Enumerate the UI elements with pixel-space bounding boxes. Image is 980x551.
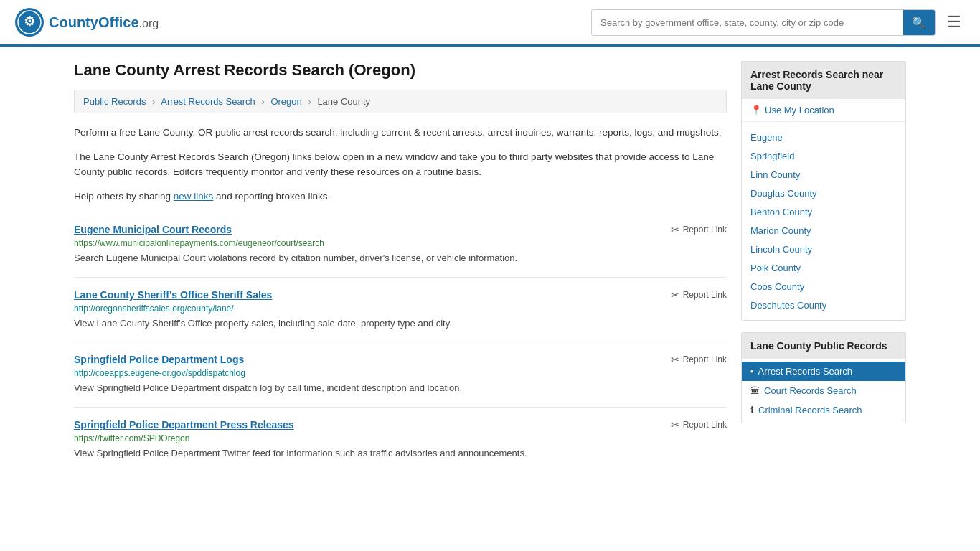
sidebar-public-records-list: ▪ Arrest Records Search 🏛 Court Records … <box>742 359 905 423</box>
sidebar-public-records-section: Lane County Public Records ▪ Arrest Reco… <box>741 332 906 423</box>
hamburger-menu-icon[interactable]: ☰ <box>943 9 966 36</box>
breadcrumb-public-records[interactable]: Public Records <box>83 96 146 107</box>
court-records-link[interactable]: Court Records Search <box>764 385 857 396</box>
sidebar-nearby-eugene[interactable]: Eugene <box>742 128 905 146</box>
report-link-2[interactable]: ✂ Report Link <box>671 289 727 301</box>
logo-area: ⚙ CountyOffice.org <box>14 7 159 37</box>
report-icon-1: ✂ <box>671 224 679 235</box>
breadcrumb-oregon[interactable]: Oregon <box>270 96 301 107</box>
page-title: Lane County Arrest Records Search (Orego… <box>74 61 727 80</box>
breadcrumb-lane-county: Lane County <box>317 96 370 107</box>
report-icon-3: ✂ <box>671 354 679 365</box>
use-my-location[interactable]: 📍 Use My Location <box>742 99 905 122</box>
record-title-1[interactable]: Eugene Municipal Court Records <box>74 224 232 235</box>
record-entry-2: Lane County Sheriff's Office Sheriff Sal… <box>74 278 727 343</box>
svg-text:⚙: ⚙ <box>24 14 35 29</box>
report-icon-2: ✂ <box>671 289 679 301</box>
sidebar-nearby-title: Arrest Records Search near Lane County <box>742 62 905 99</box>
sidebar-nearby-marion[interactable]: Marion County <box>742 221 905 240</box>
record-desc-3: View Springfield Police Department dispa… <box>74 381 727 395</box>
location-icon: 📍 <box>750 105 762 116</box>
record-entry-4: Springfield Police Department Press Rele… <box>74 408 727 472</box>
arrest-records-icon: ▪ <box>750 366 754 377</box>
logo-text: CountyOffice.org <box>49 14 159 31</box>
report-link-4[interactable]: ✂ Report Link <box>671 419 727 430</box>
sidebar-nearby-polk[interactable]: Polk County <box>742 258 905 277</box>
record-title-3[interactable]: Springfield Police Department Logs <box>74 354 244 365</box>
search-bar: 🔍 <box>591 9 936 36</box>
report-link-3[interactable]: ✂ Report Link <box>671 354 727 365</box>
sidebar-public-arrest-records[interactable]: ▪ Arrest Records Search <box>742 362 905 381</box>
record-entry-1: Eugene Municipal Court Records ✂ Report … <box>74 212 727 278</box>
header-right: 🔍 ☰ <box>591 9 966 36</box>
sidebar-nearby-lincoln[interactable]: Lincoln County <box>742 240 905 258</box>
arrest-records-link[interactable]: Arrest Records Search <box>758 366 853 377</box>
search-input[interactable] <box>592 11 903 34</box>
record-desc-1: Search Eugene Municipal Court violations… <box>74 251 727 265</box>
record-title-4[interactable]: Springfield Police Department Press Rele… <box>74 419 294 430</box>
sidebar-nearby-benton[interactable]: Benton County <box>742 202 905 221</box>
report-link-1[interactable]: ✂ Report Link <box>671 224 727 235</box>
sidebar-nearby-douglas[interactable]: Douglas County <box>742 184 905 202</box>
intro-paragraph-1: Perform a free Lane County, OR public ar… <box>74 125 727 141</box>
sidebar: Arrest Records Search near Lane County 📍… <box>741 61 906 471</box>
logo-icon: ⚙ <box>14 7 44 37</box>
record-title-2[interactable]: Lane County Sheriff's Office Sheriff Sal… <box>74 289 272 301</box>
sidebar-nearby-list: Eugene Springfield Linn County Douglas C… <box>742 122 905 320</box>
record-url-4: https://twitter.com/SPDOregon <box>74 433 727 443</box>
breadcrumb-arrest-records-search[interactable]: Arrest Records Search <box>161 96 255 107</box>
sidebar-public-criminal-records[interactable]: ℹ Criminal Records Search <box>742 400 905 420</box>
use-my-location-link[interactable]: Use My Location <box>765 105 834 116</box>
record-entry-3: Springfield Police Department Logs ✂ Rep… <box>74 342 727 408</box>
sidebar-nearby-springfield[interactable]: Springfield <box>742 146 905 165</box>
main-content: Lane County Arrest Records Search (Orego… <box>74 61 727 471</box>
sidebar-nearby-linn[interactable]: Linn County <box>742 165 905 184</box>
record-url-2: http://oregonsheriffssales.org/county/la… <box>74 303 727 314</box>
sidebar-public-court-records[interactable]: 🏛 Court Records Search <box>742 381 905 400</box>
search-button[interactable]: 🔍 <box>903 10 935 35</box>
page-container: Lane County Arrest Records Search (Orego… <box>60 47 920 486</box>
sidebar-public-records-title: Lane County Public Records <box>742 333 905 359</box>
header: ⚙ CountyOffice.org 🔍 ☰ <box>0 0 980 47</box>
criminal-records-icon: ℹ <box>750 405 754 415</box>
record-url-3: http://coeapps.eugene-or.gov/spddispatch… <box>74 368 727 378</box>
new-links-link[interactable]: new links <box>174 191 214 202</box>
sidebar-nearby-coos[interactable]: Coos County <box>742 277 905 296</box>
criminal-records-link[interactable]: Criminal Records Search <box>758 405 862 415</box>
record-desc-4: View Springfield Police Department Twitt… <box>74 446 727 461</box>
intro-paragraph-3: Help others by sharing new links and rep… <box>74 189 727 204</box>
record-desc-2: View Lane County Sheriff's Office proper… <box>74 316 727 331</box>
sidebar-nearby-deschutes[interactable]: Deschutes County <box>742 296 905 314</box>
sidebar-nearby-section: Arrest Records Search near Lane County 📍… <box>741 61 906 321</box>
court-records-icon: 🏛 <box>750 385 760 396</box>
record-url-1: https://www.municipalonlinepayments.com/… <box>74 238 727 248</box>
breadcrumb: Public Records › Arrest Records Search ›… <box>74 90 727 113</box>
intro-paragraph-2: The Lane County Arrest Records Search (O… <box>74 149 727 180</box>
report-icon-4: ✂ <box>671 419 679 430</box>
